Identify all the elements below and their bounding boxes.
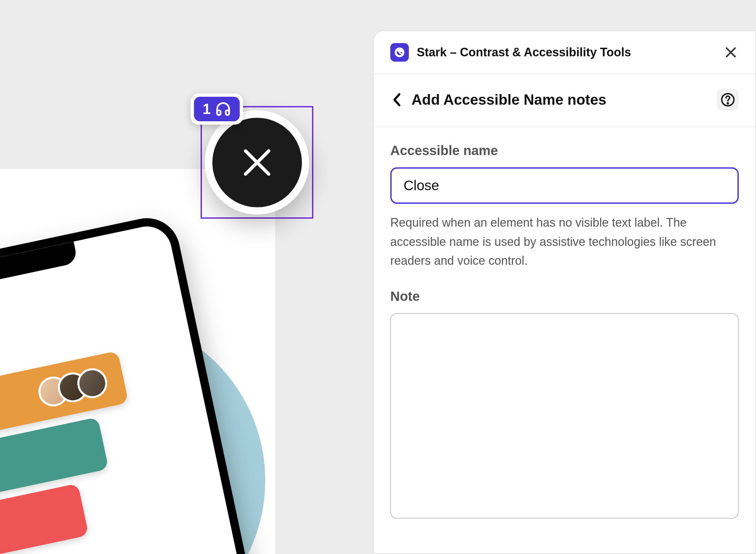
accessible-name-help-text: Required when an element has no visible … bbox=[390, 213, 739, 270]
plugin-panel: Stark – Contrast & Accessibility Tools A… bbox=[373, 31, 756, 554]
panel-subtitle: Add Accessible Name notes bbox=[411, 92, 606, 108]
stark-logo bbox=[390, 43, 409, 62]
annotation-badge[interactable]: 1 bbox=[191, 94, 243, 125]
stark-logo-icon bbox=[394, 47, 405, 58]
note-label: Note bbox=[390, 289, 739, 304]
close-icon bbox=[237, 143, 277, 182]
svg-point-6 bbox=[727, 103, 728, 104]
headphones-icon bbox=[215, 101, 231, 117]
panel-body: Accessible name Required when an element… bbox=[374, 127, 755, 536]
note-textarea[interactable] bbox=[390, 313, 739, 518]
help-button[interactable] bbox=[717, 89, 739, 111]
accessible-name-input[interactable] bbox=[390, 167, 739, 204]
back-button[interactable] bbox=[390, 93, 404, 106]
panel-close-button[interactable] bbox=[723, 44, 739, 60]
annotation-count: 1 bbox=[203, 101, 210, 117]
panel-header: Stark – Contrast & Accessibility Tools bbox=[374, 31, 755, 74]
close-icon bbox=[723, 45, 738, 60]
accessible-name-label: Accessible name bbox=[390, 143, 739, 158]
panel-title: Stark – Contrast & Accessibility Tools bbox=[417, 45, 631, 59]
avatar-group bbox=[36, 366, 110, 409]
panel-subheader: Add Accessible Name notes bbox=[374, 74, 755, 127]
question-icon bbox=[720, 93, 735, 107]
chevron-left-icon bbox=[392, 93, 402, 107]
